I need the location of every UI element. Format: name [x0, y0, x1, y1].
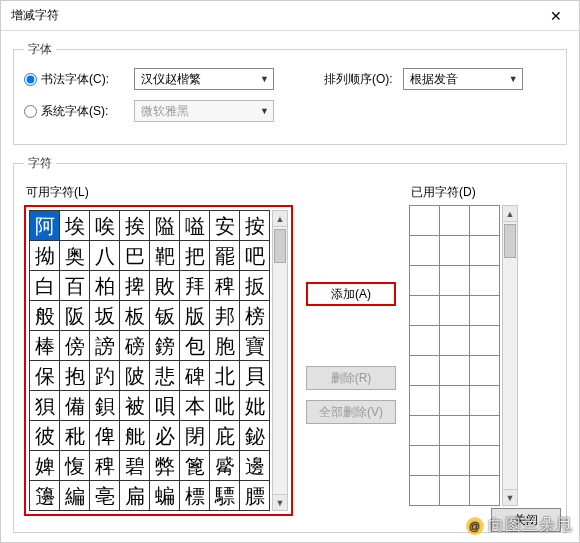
char-cell[interactable]: 彼: [30, 421, 60, 451]
char-cell[interactable]: 唉: [90, 211, 120, 241]
char-cell[interactable]: 稗: [90, 451, 120, 481]
used-grid[interactable]: [409, 205, 500, 506]
char-cell[interactable]: 巴: [120, 241, 150, 271]
used-cell[interactable]: [440, 326, 470, 356]
scroll-track[interactable]: [504, 222, 516, 489]
char-cell[interactable]: 敗: [150, 271, 180, 301]
char-cell[interactable]: 貝: [240, 361, 270, 391]
char-cell[interactable]: 鎊: [150, 331, 180, 361]
scroll-up-icon[interactable]: ▲: [273, 211, 287, 227]
used-cell[interactable]: [470, 356, 500, 386]
used-cell[interactable]: [470, 386, 500, 416]
char-cell[interactable]: 標: [180, 481, 210, 511]
char-cell[interactable]: 奥: [60, 241, 90, 271]
used-cell[interactable]: [410, 386, 440, 416]
char-cell[interactable]: 弊: [150, 451, 180, 481]
char-cell[interactable]: 磅: [120, 331, 150, 361]
char-cell[interactable]: 妣: [240, 391, 270, 421]
char-cell[interactable]: 罷: [210, 241, 240, 271]
char-cell[interactable]: 觱: [210, 451, 240, 481]
calligraphy-radio[interactable]: 书法字体(C):: [24, 71, 124, 88]
used-cell[interactable]: [410, 446, 440, 476]
char-cell[interactable]: 婢: [30, 451, 60, 481]
char-cell[interactable]: 阿: [30, 211, 60, 241]
char-cell[interactable]: 钣: [150, 301, 180, 331]
add-button[interactable]: 添加(A): [306, 282, 396, 306]
used-scrollbar[interactable]: ▲ ▼: [502, 205, 518, 506]
char-cell[interactable]: 包: [180, 331, 210, 361]
available-scrollbar[interactable]: ▲ ▼: [272, 210, 288, 511]
char-cell[interactable]: 俾: [90, 421, 120, 451]
char-cell[interactable]: 版: [180, 301, 210, 331]
char-cell[interactable]: 埃: [60, 211, 90, 241]
used-cell[interactable]: [440, 416, 470, 446]
used-cell[interactable]: [410, 416, 440, 446]
used-cell[interactable]: [440, 476, 470, 506]
char-cell[interactable]: 板: [120, 301, 150, 331]
used-cell[interactable]: [440, 206, 470, 236]
char-cell[interactable]: 挨: [120, 211, 150, 241]
char-cell[interactable]: 北: [210, 361, 240, 391]
used-cell[interactable]: [470, 296, 500, 326]
char-cell[interactable]: 拗: [30, 241, 60, 271]
char-cell[interactable]: 備: [60, 391, 90, 421]
char-cell[interactable]: 狽: [30, 391, 60, 421]
used-cell[interactable]: [410, 356, 440, 386]
char-cell[interactable]: 安: [210, 211, 240, 241]
char-cell[interactable]: 寶: [240, 331, 270, 361]
char-cell[interactable]: 悲: [150, 361, 180, 391]
char-cell[interactable]: 拜: [180, 271, 210, 301]
char-cell[interactable]: 亳: [90, 481, 120, 511]
used-cell[interactable]: [410, 236, 440, 266]
system-radio[interactable]: 系统字体(S):: [24, 103, 124, 120]
used-cell[interactable]: [410, 266, 440, 296]
char-cell[interactable]: 蝙: [150, 481, 180, 511]
char-cell[interactable]: 趵: [90, 361, 120, 391]
char-cell[interactable]: 扁: [120, 481, 150, 511]
char-cell[interactable]: 閉: [180, 421, 210, 451]
char-cell[interactable]: 抱: [60, 361, 90, 391]
char-cell[interactable]: 愎: [60, 451, 90, 481]
char-cell[interactable]: 坂: [90, 301, 120, 331]
char-cell[interactable]: 庇: [210, 421, 240, 451]
char-cell[interactable]: 百: [60, 271, 90, 301]
char-cell[interactable]: 白: [30, 271, 60, 301]
char-cell[interactable]: 靶: [150, 241, 180, 271]
char-cell[interactable]: 把: [180, 241, 210, 271]
used-cell[interactable]: [410, 476, 440, 506]
char-cell[interactable]: 篦: [180, 451, 210, 481]
char-cell[interactable]: 謗: [90, 331, 120, 361]
used-cell[interactable]: [470, 266, 500, 296]
char-cell[interactable]: 碧: [120, 451, 150, 481]
used-cell[interactable]: [410, 326, 440, 356]
char-cell[interactable]: 榜: [240, 301, 270, 331]
char-cell[interactable]: 邦: [210, 301, 240, 331]
order-select[interactable]: 根据发音 ▼: [403, 68, 523, 90]
char-cell[interactable]: 膘: [240, 481, 270, 511]
available-grid[interactable]: 阿埃唉挨隘嗌安按拗奥八巴靶把罷吧白百柏捭敗拜稗扳般阪坂板钣版邦榜棒傍謗磅鎊包胞寶…: [29, 210, 270, 511]
used-cell[interactable]: [440, 356, 470, 386]
calligraphy-font-select[interactable]: 汉仪赵楷繁 ▼: [134, 68, 274, 90]
char-cell[interactable]: 棒: [30, 331, 60, 361]
char-cell[interactable]: 嗌: [180, 211, 210, 241]
calligraphy-radio-input[interactable]: [24, 73, 37, 86]
char-cell[interactable]: 鉍: [240, 421, 270, 451]
char-cell[interactable]: 本: [180, 391, 210, 421]
char-cell[interactable]: 秕: [60, 421, 90, 451]
scroll-down-icon[interactable]: ▼: [503, 489, 517, 505]
char-cell[interactable]: 扳: [240, 271, 270, 301]
char-cell[interactable]: 邊: [240, 451, 270, 481]
used-cell[interactable]: [470, 416, 500, 446]
char-cell[interactable]: 必: [150, 421, 180, 451]
used-cell[interactable]: [440, 386, 470, 416]
scroll-up-icon[interactable]: ▲: [503, 206, 517, 222]
char-cell[interactable]: 鋇: [90, 391, 120, 421]
used-cell[interactable]: [470, 446, 500, 476]
used-cell[interactable]: [470, 236, 500, 266]
used-cell[interactable]: [440, 296, 470, 326]
char-cell[interactable]: 唄: [150, 391, 180, 421]
used-cell[interactable]: [470, 326, 500, 356]
char-cell[interactable]: 阪: [60, 301, 90, 331]
char-cell[interactable]: 驃: [210, 481, 240, 511]
char-cell[interactable]: 按: [240, 211, 270, 241]
